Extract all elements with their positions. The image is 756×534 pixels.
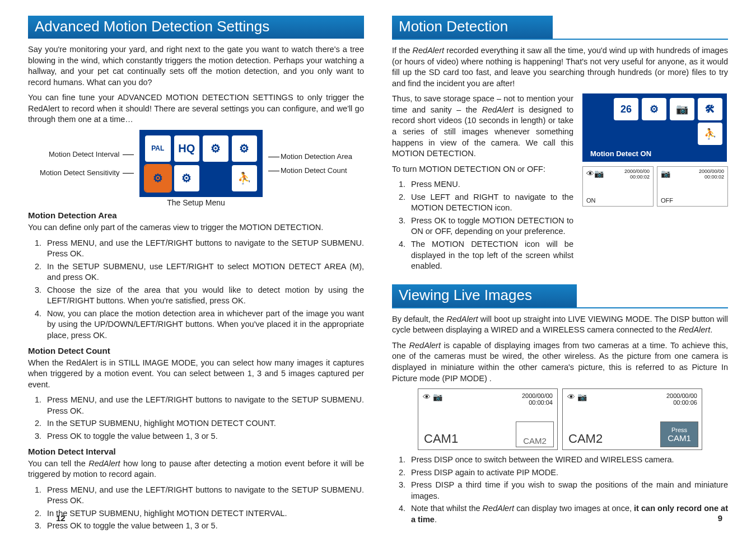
interval-paragraph: You can tell the RedAlert how long to pa… (28, 458, 364, 480)
tools-icon: 🛠 (698, 98, 722, 120)
list-item: Press OK to toggle the value between 1, … (44, 431, 364, 442)
off-label: OFF (661, 197, 673, 204)
hq-icon: HQ (174, 135, 200, 162)
cam1-press-sub: Press CAM1 (660, 421, 698, 447)
status-box-off: 📷 2000/00/00 00:00:02 OFF (657, 166, 728, 207)
area-heading: Motion Detection Area (28, 210, 364, 220)
list-item: Use LEFT and RIGHT to navigate to the MO… (408, 192, 573, 214)
interval-heading: Motion Detect Interval (28, 447, 364, 456)
pip-figure: 👁 📷 2000/00/00 00:00:04 CAM1 CAM2 👁 📷 20… (392, 388, 728, 450)
right-column: Motion Detection If the RedAlert recorde… (392, 16, 728, 534)
label-count: Motion Detect Count (267, 166, 352, 175)
list-item: Press MENU. (408, 179, 573, 190)
gear-on-icon: ⚙ (642, 98, 666, 120)
pip-box-2: 👁 📷 2000/00/00 00:00:06 CAM2 Press CAM1 (562, 388, 702, 450)
left-section-header: Advanced Motion Detection Settings (28, 16, 364, 39)
vi-steps: Press DISP once to switch between the WI… (392, 455, 728, 525)
cam-icon: 📷 (661, 169, 670, 178)
pip-box-1: 👁 📷 2000/00/00 00:00:04 CAM1 CAM2 (418, 388, 558, 450)
gear-m-icon: ⚙ (203, 135, 228, 162)
count-heading: Motion Detect Count (28, 346, 364, 355)
list-item: Press MENU, and use the LEFT/RIGHT butto… (44, 238, 364, 260)
motion-detection-header: Motion Detection (392, 16, 553, 39)
list-item: Press DISP once to switch between the WI… (408, 455, 728, 466)
cam2-main-label: CAM2 (568, 432, 603, 446)
person-icon: ⛹ (232, 165, 258, 191)
list-item: In the SETUP SUBMENU, highlight MOTION D… (44, 418, 364, 429)
md-paragraph-2: Thus, to save storage space – not to men… (392, 93, 573, 159)
list-item: Note that whilst the RedAlert can displa… (408, 503, 728, 525)
md-paragraph-1: If the RedAlert recorded everything it s… (392, 45, 728, 89)
pal-icon: PAL (145, 135, 171, 162)
label-sensitivity: Motion Detect Sensitivity (40, 169, 135, 176)
label-interval: Motion Detect Interval (40, 151, 135, 158)
setup-caption: The Setup Menu (28, 198, 364, 207)
calendar-icon: 26 (614, 98, 638, 120)
list-item: In the SETUP SUBMENU, highlight MOTION D… (44, 508, 364, 519)
page-number-left: 12 (56, 513, 66, 523)
vi-paragraph-1: By default, the RedAlert will boot up st… (392, 314, 728, 336)
md-paragraph-3: To turn MOTION DETECTION ON or OFF: (392, 164, 573, 175)
gear-interval-icon: ⚙ (145, 165, 171, 191)
list-item: Choose the size of the area that you wou… (44, 285, 364, 307)
gear-n-icon: ⚙ (232, 135, 258, 162)
list-item: Now, you can place the motion detection … (44, 308, 364, 341)
cam2-sub-label: CAM2 (516, 421, 554, 447)
camera-icon: 📷 (670, 98, 694, 120)
page-number-right: 9 (718, 513, 722, 523)
setup-menu-figure: Motion Detect Interval Motion Detect Sen… (28, 130, 364, 197)
viewing-images-header: Viewing Live Images (392, 284, 577, 307)
gear-sens-icon: ⚙ (174, 165, 200, 191)
motion-detect-on-label: Motion Detect ON (587, 149, 722, 158)
list-item: Press OK to toggle MOTION DETECTION to O… (408, 216, 573, 237)
on-label: ON (586, 197, 596, 204)
intro-paragraph-1: Say you're monitoring your yard, and rig… (28, 44, 364, 88)
rec-icon: 👁 📷 (423, 392, 442, 406)
interval-steps: Press MENU, and use the LEFT/RIGHT butto… (28, 485, 364, 532)
left-column: Advanced Motion Detection Settings Say y… (28, 16, 364, 534)
list-item: Press DISP a third time if you wish to s… (408, 480, 728, 502)
list-item: The MOTION DETECTION icon will be displa… (408, 239, 573, 272)
intro-paragraph-2: You can fine tune your ADVANCED MOTION D… (28, 92, 364, 125)
rec-md-icon: 👁📷 (586, 169, 604, 178)
area-paragraph: You can define only part of the cameras … (28, 222, 364, 233)
list-item: Press MENU, and use the LEFT/RIGHT butto… (44, 485, 364, 507)
area-steps: Press MENU, and use the LEFT/RIGHT butto… (28, 238, 364, 341)
list-item: Press DISP again to activate PIP MODE. (408, 467, 728, 479)
list-item: Press MENU, and use the LEFT/RIGHT butto… (44, 395, 364, 416)
rec-icon-2: 👁 📷 (567, 392, 587, 406)
list-item: In the SETUP SUBMENU, use LEFT/RIGHT to … (44, 261, 364, 283)
md-steps: Press MENU. Use LEFT and RIGHT to naviga… (392, 179, 573, 272)
label-area: Motion Detection Area (267, 152, 352, 161)
list-item: Press OK to toggle the value between 1, … (44, 521, 364, 532)
count-paragraph: When the RedAlert is in STILL IMAGE MODE… (28, 358, 364, 391)
person-icon-2: ⛹ (698, 123, 722, 145)
motion-detect-screen: 26 ⚙ 📷 🛠 ⛹ Motion Detect ON (582, 93, 727, 162)
status-box-on: 👁📷 2000/00/00 00:00:02 ON (582, 166, 654, 207)
setup-menu-box: PAL HQ ⚙ ⚙ ⚙ ⚙ ⛹ (139, 130, 263, 197)
vi-paragraph-2: The RedAlert is capable of displaying im… (392, 340, 728, 384)
count-steps: Press MENU, and use the LEFT/RIGHT butto… (28, 395, 364, 442)
cam1-main-label: CAM1 (424, 432, 458, 446)
